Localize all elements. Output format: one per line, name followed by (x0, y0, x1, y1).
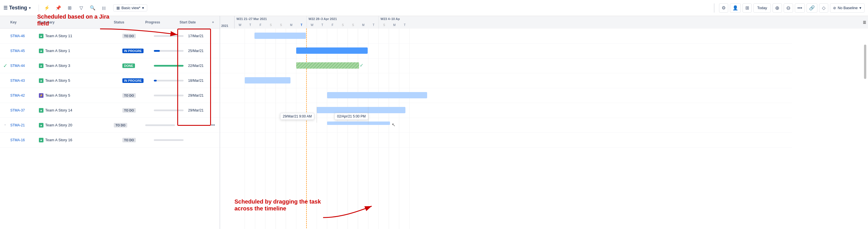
row-key-stma16[interactable]: STMA-16 (8, 138, 37, 142)
w22-day-f: F (328, 22, 338, 28)
story-icon-stma42: ⚡ (39, 93, 43, 98)
status-badge-stma16: TO DO (122, 138, 136, 142)
row-summary-text-stma44: Team A Story 3 (45, 63, 70, 68)
main-content: Key Summary Status Progress Start Date +… (0, 16, 868, 229)
svg-text:✓: ✓ (360, 63, 363, 68)
w23-day-s: S (379, 22, 389, 28)
row-key-stma43[interactable]: STMA-43 (8, 78, 37, 83)
columns-button[interactable]: ⊞ (743, 3, 752, 12)
row-startdate-stma37: 29/Mar/21 (186, 108, 217, 112)
row-startdate-stma44: 22/Mar/21 (186, 64, 217, 68)
zoom-out-button[interactable]: ⊖ (784, 3, 793, 12)
arrow-drag-annotation (323, 200, 380, 223)
annotation-drag: Scheduled by dragging the task across th… (235, 198, 332, 212)
col-header-status: Status (112, 20, 143, 24)
gantt-bar-stma43[interactable] (245, 77, 290, 84)
row-key-stma44[interactable]: STMA-44 (8, 64, 37, 68)
row-key-stma42[interactable]: STMA-42 (8, 94, 37, 97)
col-header-add[interactable]: + (209, 20, 217, 24)
gantt-bar-stma42[interactable] (327, 92, 427, 98)
zoom-in-button[interactable]: ⊕ (773, 3, 782, 12)
week-23-days: S M T (379, 22, 430, 28)
gantt-bar-stma45[interactable] (296, 47, 368, 54)
gantt-list-icon[interactable]: ☰ (863, 16, 868, 29)
today-button[interactable]: Today (753, 3, 771, 12)
row-status-stma16: TO DO (120, 138, 152, 142)
row-status-stma44: DONE (120, 63, 152, 68)
week-21-label: W21 21–27 Mar 2021 (235, 16, 307, 22)
search-button[interactable]: 🔍 (88, 3, 97, 12)
row-status-stma21: TO DO (112, 123, 143, 128)
row-key-stma45[interactable]: STMA-45 (8, 49, 37, 53)
story-icon-stma21: ▲ (39, 123, 43, 128)
week-22-days: W T F S S M T (307, 22, 378, 28)
user-button[interactable]: 👤 (730, 3, 741, 12)
table-row: STMA-42 ⚡ Team A Story 5 TO DO 29/Mar/21 (0, 88, 220, 103)
row-summary-text-stma16: Team A Story 16 (45, 138, 72, 142)
svg-text:↖: ↖ (392, 122, 395, 127)
no-baseline-selector[interactable]: ⊘ No Baseline ▾ (830, 3, 865, 12)
w22-day-t: T (317, 22, 328, 28)
day-t1: T (245, 22, 255, 28)
more-options-button[interactable]: ••• (795, 3, 805, 12)
story-icon-stma46: ▲ (39, 34, 43, 38)
row-status-stma42: TO DO (120, 93, 152, 98)
week-21-days: W T F S S M T (235, 22, 307, 28)
pin-button[interactable]: 📌 (54, 3, 63, 12)
row-summary-stma16: ▲ Team A Story 16 (37, 138, 120, 142)
view-chevron-icon: ▾ (142, 6, 144, 10)
view-icon: ▦ (116, 6, 120, 10)
w23-day-m: M (389, 22, 399, 28)
vertical-scrollbar[interactable] (864, 44, 866, 79)
bar-chart-button[interactable]: ||| (99, 3, 108, 12)
layers-button[interactable]: ⊞ (65, 3, 74, 12)
table-row: STMA-37 ▲ Team A Story 14 TO DO 29/Mar/2… (0, 103, 220, 118)
filter-button[interactable]: ▽ (76, 3, 86, 12)
row-key-stma21[interactable]: STMA-21 (8, 123, 37, 127)
row-summary-stma42: ⚡ Team A Story 5 (37, 93, 120, 98)
row-progress-stma42 (152, 95, 186, 96)
w22-day-s2: S (348, 22, 358, 28)
right-panel: 2021 W21 21–27 Mar 2021 W T F S S M T (220, 16, 868, 229)
week-21-group: W21 21–27 Mar 2021 W T F S S M T (235, 16, 307, 29)
view-selector[interactable]: ▦ Basic view* ▾ (113, 4, 147, 11)
row-summary-text-stma21: Team A Story 20 (45, 123, 72, 127)
diamond-button[interactable]: ◇ (819, 3, 828, 12)
row-summary-text-stma37: Team A Story 14 (45, 108, 72, 112)
project-name: Testing (9, 5, 27, 11)
day-s1: S (266, 22, 276, 28)
project-title[interactable]: ☰ Testing ▾ (3, 5, 31, 11)
settings-button[interactable]: ⚙ (719, 3, 728, 12)
row-progress-stma37 (152, 109, 186, 111)
row-summary-text-stma46: Team A Story 11 (45, 34, 72, 38)
col-header-progress: Progress (143, 20, 177, 24)
row-checkmark-stma44: ✓ (2, 63, 8, 69)
gantt-bar-stma44[interactable] (296, 62, 359, 69)
day-f: F (255, 22, 266, 28)
w22-day-m: M (358, 22, 368, 28)
row-progress-stma46 (152, 35, 186, 37)
day-m: M (286, 22, 296, 28)
gantt-bar-stma21[interactable] (327, 122, 390, 125)
row-status-stma46: TO DO (120, 34, 152, 38)
story-icon-stma16: ▲ (39, 138, 43, 142)
status-badge-stma21: TO DO (114, 123, 127, 128)
gantt-bar-stma37[interactable] (317, 107, 405, 113)
more-options-stma21[interactable]: ••• (209, 123, 217, 127)
gantt-bar-stma46[interactable] (254, 33, 306, 39)
row-key-stma46[interactable]: STMA-46 (8, 34, 37, 38)
gantt-grid-lines: ✓ (220, 29, 868, 229)
row-summary-text-stma45: Team A Story 1 (45, 48, 70, 53)
row-summary-stma45: ▲ Team A Story 1 (37, 48, 120, 53)
row-status-stma45: IN PROGRE (120, 48, 152, 53)
table-row: STMA-46 ▲ Team A Story 11 TO DO 17/Mar/2… (0, 29, 220, 43)
row-key-stma37[interactable]: STMA-37 (8, 108, 37, 112)
gantt-timeline-header: 2021 W21 21–27 Mar 2021 W T F S S M T (220, 16, 868, 29)
link-button[interactable]: 🔗 (807, 3, 817, 12)
status-badge-stma44: DONE (122, 63, 135, 68)
row-dot-stma21: • (2, 122, 8, 128)
lightning-button[interactable]: ⚡ (42, 3, 52, 12)
week-22-label: W22 28–3 Apr 2021 (307, 16, 378, 22)
w22-day-t2: T (368, 22, 378, 28)
table-row: • STMA-21 ▲ Team A Story 20 TO DO ••• (0, 118, 220, 133)
